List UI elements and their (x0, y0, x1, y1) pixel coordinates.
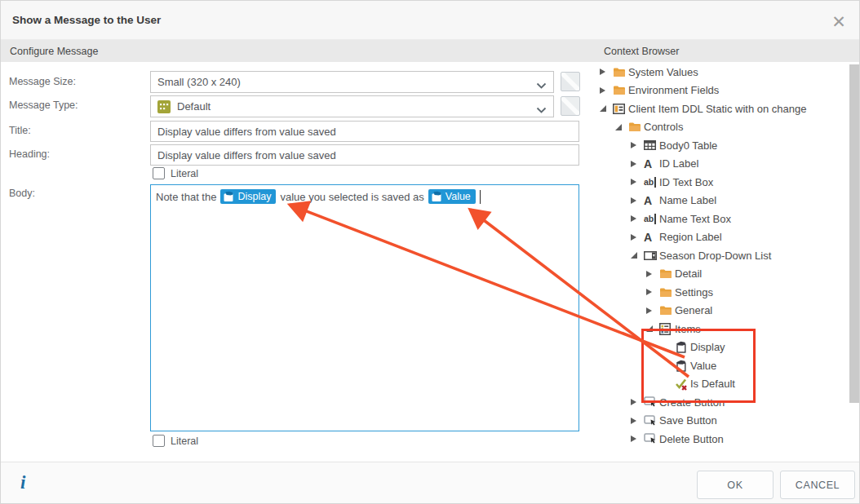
tree-item-system-values[interactable]: System Values (595, 63, 849, 82)
folder-icon (659, 268, 675, 279)
tree-item-items[interactable]: Items (595, 320, 849, 338)
label-icon: A (644, 157, 659, 170)
dialog-title: Show a Message to the User (12, 14, 161, 26)
tree-item-region-label[interactable]: A Region Label (595, 228, 849, 247)
textbox-icon: ab (644, 177, 659, 188)
message-type-select[interactable]: Default (150, 95, 554, 117)
tree-item-label: Items (675, 323, 701, 335)
message-type-value: Default (177, 100, 211, 113)
tree-item-season-drop-down-list[interactable]: Season Drop-Down List (595, 246, 849, 265)
tree-item-label: Season Drop-Down List (659, 250, 771, 262)
message-size-expression-button[interactable] (561, 72, 580, 91)
tree-item-environment-fields[interactable]: Environment Fields (595, 82, 849, 100)
message-size-select[interactable]: Small (320 x 240) (150, 71, 554, 93)
tree-item-controls[interactable]: Controls (595, 118, 849, 137)
tree-item-value-property[interactable]: Value (595, 356, 849, 375)
expander-expanded-icon[interactable] (600, 105, 613, 112)
property-token-icon (431, 191, 442, 202)
folder-icon (628, 122, 644, 132)
heading-input[interactable] (150, 144, 579, 166)
textbox-icon: ab (644, 214, 659, 224)
expander-collapsed-icon[interactable] (631, 234, 644, 241)
tree-item-label: Value (690, 360, 716, 372)
property-token-icon (223, 191, 234, 202)
tree-item-body0-table[interactable]: Body0 Table (595, 136, 849, 155)
display-token-label: Display (237, 191, 271, 202)
tree-item-display-property[interactable]: Display (595, 338, 849, 357)
expander-collapsed-icon[interactable] (600, 69, 613, 75)
tree-scrollbar-thumb[interactable] (849, 64, 860, 403)
value-token-label: Value (446, 191, 471, 202)
tree-item-name-text-box[interactable]: ab Name Text Box (595, 210, 849, 228)
tree-item-client-item-ddl[interactable]: Client Item DDL Static with on change (595, 99, 849, 118)
expander-collapsed-icon[interactable] (646, 307, 659, 314)
expander-expanded-icon[interactable] (646, 325, 659, 332)
expander-collapsed-icon[interactable] (631, 215, 644, 222)
items-list-icon (659, 323, 675, 335)
tree-item-label: General (675, 304, 712, 316)
expander-collapsed-icon[interactable] (631, 179, 644, 185)
message-type-label: Message Type: (9, 99, 78, 111)
body-text-line: Note that the Display value you selected… (156, 189, 574, 204)
table-icon (644, 140, 659, 150)
property-icon (675, 360, 690, 372)
expander-expanded-icon[interactable] (615, 124, 628, 130)
expander-collapsed-icon[interactable] (600, 87, 613, 94)
button-control-icon (644, 415, 659, 427)
expander-collapsed-icon[interactable] (631, 197, 644, 204)
tree-item-label: Name Label (659, 194, 716, 206)
default-type-icon (157, 100, 171, 113)
body-text-before: Note that the (156, 191, 216, 203)
tree-item-is-default-property[interactable]: Is Default (595, 375, 849, 394)
body-label: Body: (9, 188, 35, 199)
body-text-between: value you selected is saved as (280, 191, 423, 203)
tree-item-label: Is Default (690, 378, 735, 390)
expander-collapsed-icon[interactable] (646, 289, 659, 295)
body-literal-checkbox[interactable] (153, 435, 165, 447)
dialog-title-bar: Show a Message to the User (1, 1, 860, 40)
info-icon[interactable]: i (20, 472, 25, 493)
button-control-icon (644, 396, 659, 408)
display-field-token[interactable]: Display (220, 189, 276, 204)
label-icon: A (644, 231, 659, 244)
property-icon (675, 341, 690, 353)
tree-item-detail[interactable]: Detail (595, 265, 849, 284)
heading-literal-row: Literal (153, 167, 198, 179)
close-icon[interactable]: ✕ (828, 11, 849, 32)
title-label: Title: (9, 125, 31, 136)
check-cross-icon (675, 378, 690, 391)
tree-item-name-label[interactable]: A Name Label (595, 192, 849, 210)
expander-collapsed-icon[interactable] (631, 399, 644, 405)
value-field-token[interactable]: Value (428, 189, 476, 204)
body-editor[interactable]: Note that the Display value you selected… (150, 184, 579, 431)
expander-collapsed-icon[interactable] (631, 142, 644, 148)
view-icon (613, 104, 628, 114)
tree-item-id-text-box[interactable]: ab ID Text Box (595, 173, 849, 192)
tree-item-create-button[interactable]: Create Button (595, 393, 849, 412)
tree-item-label: Create Button (659, 396, 725, 409)
expander-collapsed-icon[interactable] (631, 418, 644, 424)
heading-literal-checkbox[interactable] (153, 167, 165, 179)
message-type-expression-button[interactable] (561, 96, 580, 116)
label-icon: A (644, 194, 659, 207)
title-input[interactable] (150, 121, 579, 142)
expander-expanded-icon[interactable] (631, 252, 644, 259)
folder-icon (613, 67, 628, 77)
tree-item-label: Display (690, 341, 725, 353)
button-control-icon (644, 433, 659, 444)
tree-item-settings[interactable]: Settings (595, 283, 849, 302)
folder-icon (613, 85, 628, 95)
expander-collapsed-icon[interactable] (646, 271, 659, 277)
tree-item-save-button[interactable]: Save Button (595, 412, 849, 431)
expander-collapsed-icon[interactable] (631, 435, 644, 442)
tree-item-general[interactable]: General (595, 302, 849, 321)
ok-button[interactable]: OK (697, 471, 774, 499)
tree-item-delete-button[interactable]: Delete Button (595, 430, 849, 449)
configure-message-header: Configure Message (1, 40, 595, 62)
tree-item-label: Save Button (659, 414, 717, 427)
expander-collapsed-icon[interactable] (631, 161, 644, 167)
tree-item-id-label[interactable]: A ID Label (595, 155, 849, 174)
tree-item-label: Controls (644, 121, 683, 133)
cancel-button[interactable]: CANCEL (780, 471, 855, 499)
dialog-footer: i OK CANCEL (1, 462, 860, 504)
